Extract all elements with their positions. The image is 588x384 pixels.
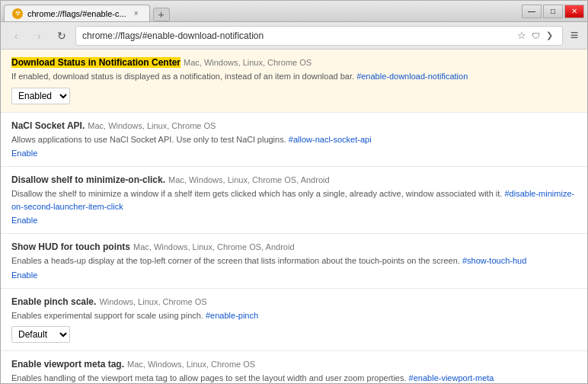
menu-icon[interactable]: ≡ <box>567 29 581 43</box>
flag-enable-link-disallow-shelf[interactable]: Enable <box>11 216 37 225</box>
flag-item-disallow-shelf: Disallow shelf to minimize-on-click.Mac,… <box>1 167 587 234</box>
flag-enable-link-nacl-socket-api[interactable]: Enable <box>11 149 37 158</box>
flag-description: Allows applications to use NaCl Socket A… <box>11 133 577 146</box>
flag-title-line: Show HUD for touch pointsMac, Windows, L… <box>11 242 577 252</box>
flag-title-line: Enable pinch scale.Windows, Linux, Chrom… <box>11 296 577 307</box>
close-button[interactable]: ✕ <box>564 5 584 18</box>
tab-close-button[interactable]: × <box>131 8 142 19</box>
flag-title: Enable viewport meta tag. <box>11 359 124 370</box>
flag-platforms: Mac, Windows, Linux, Chrome OS <box>184 58 312 67</box>
shield-icon: 🛡 <box>529 29 542 43</box>
new-tab-button[interactable]: + <box>153 8 170 21</box>
flag-anchor-link[interactable]: #show-touch-hud <box>462 256 526 265</box>
flag-title-line: NaCl Socket API.Mac, Windows, Linux, Chr… <box>11 120 577 131</box>
flag-title-line: Enable viewport meta tag.Mac, Windows, L… <box>11 359 577 370</box>
flag-item-show-hud-touch: Show HUD for touch pointsMac, Windows, L… <box>1 234 587 289</box>
flag-select-download-notification[interactable]: EnabledDisabledDefault <box>11 88 70 104</box>
flag-description: Enables a heads-up display at the top-le… <box>11 254 577 267</box>
reload-button[interactable]: ↻ <box>53 27 71 45</box>
flag-title-line: Download Status in Notification CenterMa… <box>11 57 577 68</box>
flag-description: If enabled, download status is displayed… <box>11 70 577 83</box>
flag-item-download-notification: Download Status in Notification CenterMa… <box>1 50 587 113</box>
flag-select-wrapper: DefaultEnabledDisabled <box>11 326 577 343</box>
title-bar: ☢ chrome://flags/#enable-c... × + — □ ✕ <box>1 1 587 22</box>
flag-title: Enable pinch scale. <box>11 296 96 307</box>
flag-title: Show HUD for touch points <box>11 242 130 252</box>
flag-platforms: Mac, Windows, Linux, Chrome OS, Android <box>168 175 330 184</box>
flag-platforms: Mac, Windows, Linux, Chrome OS <box>127 360 255 369</box>
flag-enable-link-show-hud-touch[interactable]: Enable <box>11 270 37 280</box>
flag-anchor-link[interactable]: #disable-minimize-on-second-launcher-ite… <box>11 189 574 211</box>
back-button[interactable]: ‹ <box>7 27 25 45</box>
address-bar[interactable]: chrome://flags/#enable-download-notifica… <box>75 26 563 46</box>
maximize-button[interactable]: □ <box>543 5 563 18</box>
flag-item-enable-pinch-scale: Enable pinch scale.Windows, Linux, Chrom… <box>1 289 587 352</box>
flag-description: Disallow the shelf to minimize a window … <box>11 187 577 213</box>
tab-favicon: ☢ <box>12 8 23 19</box>
window-controls: — □ ✕ <box>522 5 584 18</box>
minimize-button[interactable]: — <box>522 5 542 18</box>
flag-anchor-link[interactable]: #enable-download-notification <box>356 72 468 81</box>
bookmark-icon[interactable]: ☆ <box>515 29 529 43</box>
flag-platforms: Windows, Linux, Chrome OS <box>99 297 206 306</box>
forward-button[interactable]: › <box>30 27 48 45</box>
flag-select-enable-pinch-scale[interactable]: DefaultEnabledDisabled <box>11 326 70 343</box>
flag-item-enable-viewport-meta: Enable viewport meta tag.Mac, Windows, L… <box>1 351 587 384</box>
nav-extra-icon[interactable]: ❯ <box>542 29 556 43</box>
tab-label: chrome://flags/#enable-c... <box>27 9 126 18</box>
active-tab[interactable]: ☢ chrome://flags/#enable-c... × <box>4 5 150 21</box>
flag-description: Enables experimental support for scale u… <box>11 309 577 322</box>
flag-platforms: Mac, Windows, Linux, Chrome OS <box>88 121 216 130</box>
flag-description: Enables handling of the viewport meta ta… <box>11 372 577 384</box>
flag-anchor-link[interactable]: #enable-viewport-meta <box>409 373 494 382</box>
flag-title: NaCl Socket API. <box>11 120 85 131</box>
flag-item-nacl-socket-api: NaCl Socket API.Mac, Windows, Linux, Chr… <box>1 113 587 168</box>
content-area[interactable]: Download Status in Notification CenterMa… <box>1 50 587 384</box>
flag-anchor-link[interactable]: #allow-nacl-socket-api <box>289 135 372 144</box>
flag-platforms: Mac, Windows, Linux, Chrome OS, Android <box>133 242 295 251</box>
flag-title: Disallow shelf to minimize-on-click. <box>11 174 165 185</box>
tab-area: ☢ chrome://flags/#enable-c... × + <box>4 1 170 21</box>
flag-select-wrapper: EnabledDisabledDefault <box>11 88 577 104</box>
address-text: chrome://flags/#enable-download-notifica… <box>82 30 515 41</box>
nav-bar: ‹ › ↻ chrome://flags/#enable-download-no… <box>1 22 587 50</box>
flag-title: Download Status in Notification Center <box>11 57 181 68</box>
flag-title-line: Disallow shelf to minimize-on-click.Mac,… <box>11 174 577 185</box>
flag-anchor-link[interactable]: #enable-pinch <box>206 311 258 320</box>
